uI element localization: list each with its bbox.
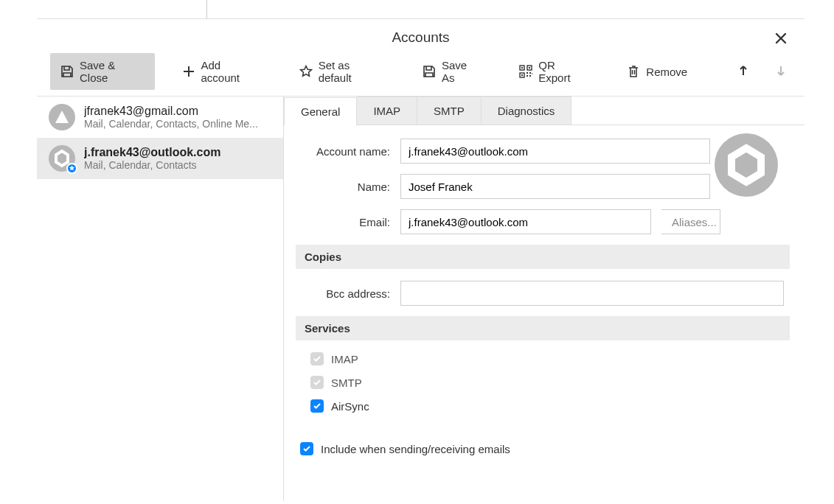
accounts-window: Accounts Save & Close Add account: [0, 0, 834, 504]
svg-rect-9: [529, 75, 531, 77]
service-airsync: AirSync: [310, 399, 790, 413]
svg-rect-1: [521, 67, 523, 69]
row-bcc: Bcc address:: [296, 281, 790, 306]
account-avatar: [49, 104, 75, 130]
section-copies: Copies: [296, 245, 790, 269]
save-as-icon: [423, 65, 436, 78]
label-name: Name:: [296, 181, 390, 193]
svg-rect-3: [529, 67, 530, 69]
accounts-sidebar: jfranek43@gmail.com Mail, Calendar, Cont…: [37, 97, 284, 501]
save-close-label: Save & Close: [80, 59, 145, 84]
close-button[interactable]: [771, 28, 791, 49]
label-email: Email:: [296, 216, 390, 228]
set-default-button[interactable]: Set as default: [289, 53, 395, 90]
tabs: General IMAP SMTP Diagnostics: [284, 97, 805, 125]
account-title: jfranek43@gmail.com: [84, 105, 258, 118]
service-label: SMTP: [331, 377, 362, 389]
account-avatar: [49, 145, 75, 172]
set-default-label: Set as default: [319, 59, 384, 84]
svg-rect-7: [529, 72, 531, 74]
remove-label: Remove: [646, 66, 687, 78]
accounts-dialog: Accounts Save & Close Add account: [37, 18, 805, 504]
content-area: General IMAP SMTP Diagnostics Account na…: [284, 97, 805, 501]
account-item-gmail[interactable]: jfranek43@gmail.com Mail, Calendar, Cont…: [37, 97, 283, 138]
checkbox-smtp: [310, 376, 324, 389]
service-smtp: SMTP: [310, 376, 790, 389]
label-account-name: Account name:: [296, 145, 390, 158]
trash-icon: [627, 65, 640, 78]
top-divider: [206, 0, 207, 18]
qr-icon: [519, 65, 532, 78]
remove-button[interactable]: Remove: [616, 59, 698, 84]
star-icon: [299, 65, 313, 78]
close-icon: [775, 29, 787, 47]
toolbar: Save & Close Add account Set as default …: [37, 53, 805, 96]
checkbox-airsync[interactable]: [310, 399, 324, 413]
svg-point-12: [715, 133, 778, 197]
qr-export-button[interactable]: QR Export: [509, 53, 599, 90]
qr-export-label: QR Export: [538, 59, 588, 84]
save-as-button[interactable]: Save As: [412, 53, 491, 90]
save-icon: [60, 65, 74, 78]
tab-smtp[interactable]: SMTP: [417, 97, 482, 125]
email-input[interactable]: [400, 209, 651, 234]
account-avatar-large[interactable]: [715, 133, 778, 199]
add-account-button[interactable]: Add account: [173, 53, 271, 90]
account-name-input[interactable]: [400, 139, 710, 164]
account-text: j.franek43@outlook.com Mail, Calendar, C…: [84, 146, 220, 171]
account-item-outlook[interactable]: j.franek43@outlook.com Mail, Calendar, C…: [37, 138, 283, 179]
move-up-button[interactable]: [733, 61, 753, 82]
move-down-button: [771, 61, 791, 82]
service-imap: IMAP: [310, 352, 790, 365]
account-subtitle: Mail, Calendar, Contacts, Online Me...: [84, 118, 258, 130]
save-as-label: Save As: [442, 59, 481, 84]
add-account-label: Add account: [201, 59, 260, 84]
service-label: IMAP: [331, 353, 358, 365]
name-input[interactable]: [400, 174, 710, 199]
checkbox-imap: [310, 352, 324, 365]
services-list: IMAP SMTP AirSync: [296, 352, 790, 413]
row-include: Include when sending/receiving emails: [300, 442, 790, 455]
dialog-body: jfranek43@gmail.com Mail, Calendar, Cont…: [37, 96, 805, 501]
bcc-input[interactable]: [400, 281, 784, 306]
account-subtitle: Mail, Calendar, Contacts: [84, 159, 220, 171]
include-label: Include when sending/receiving emails: [321, 443, 510, 455]
arrow-up-icon: [738, 66, 748, 78]
tab-diagnostics[interactable]: Diagnostics: [482, 97, 572, 125]
aliases-label: Aliases...: [672, 216, 717, 228]
row-email: Email: Aliases...: [296, 209, 790, 234]
account-title: j.franek43@outlook.com: [84, 146, 220, 159]
section-services: Services: [296, 316, 790, 340]
plus-icon: [183, 66, 195, 77]
checkbox-include[interactable]: [300, 442, 313, 455]
aliases-button[interactable]: Aliases...: [661, 209, 720, 234]
save-close-button[interactable]: Save & Close: [50, 53, 155, 90]
svg-rect-5: [521, 74, 523, 76]
dialog-title: Accounts: [37, 19, 805, 53]
default-badge-icon: [66, 163, 77, 174]
svg-rect-8: [527, 75, 528, 77]
account-text: jfranek43@gmail.com Mail, Calendar, Cont…: [84, 105, 258, 130]
arrow-down-icon: [776, 66, 786, 78]
svg-rect-6: [527, 72, 528, 74]
tab-imap[interactable]: IMAP: [357, 97, 417, 125]
service-label: AirSync: [331, 400, 369, 413]
tab-general[interactable]: General: [284, 97, 357, 125]
label-bcc: Bcc address:: [296, 287, 390, 300]
